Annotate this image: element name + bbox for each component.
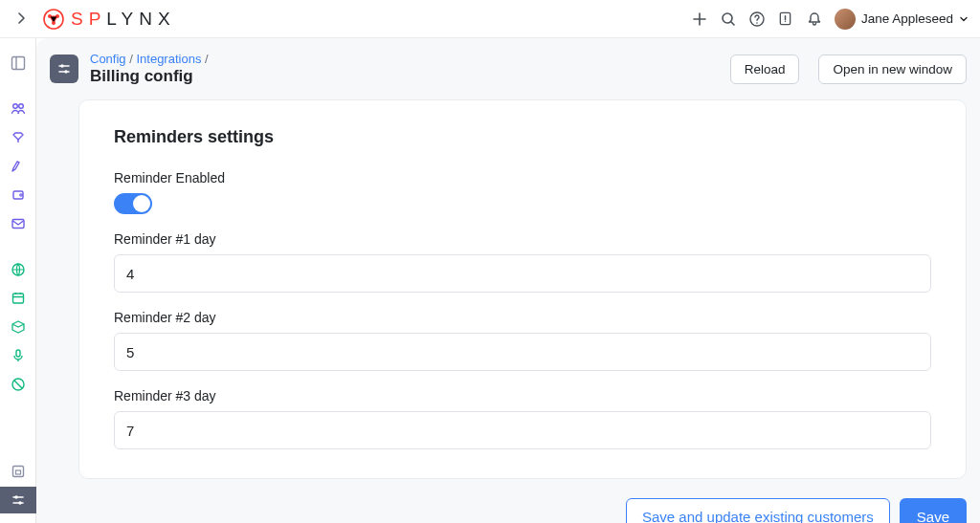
svg-rect-18 (12, 467, 23, 477)
reminder-1-field: Reminder #1 day (114, 231, 931, 293)
svg-rect-15 (12, 294, 23, 303)
reminder-enabled-toggle[interactable] (114, 193, 152, 214)
sidebar-item-tickets[interactable] (0, 153, 36, 180)
brand-logo[interactable]: SPLYNX (42, 8, 176, 31)
topbar: SPLYNX Jane Appleseed (0, 0, 980, 38)
breadcrumb-config[interactable]: Config (90, 52, 126, 66)
notifications-button[interactable] (800, 5, 829, 33)
breadcrumb-integrations[interactable]: Integrations (136, 52, 201, 66)
add-button[interactable] (685, 5, 714, 33)
reminders-settings-card: Reminders settings Reminder Enabled Remi… (78, 99, 967, 479)
svg-rect-19 (15, 470, 20, 474)
docs-button[interactable] (771, 5, 800, 33)
logo-mark-icon (42, 8, 65, 31)
svg-rect-11 (13, 191, 23, 199)
sidebar-item-blocked[interactable] (0, 371, 36, 398)
config-icon (50, 54, 78, 83)
sidebar-item-scheduling[interactable] (0, 285, 36, 312)
svg-rect-8 (11, 57, 24, 70)
search-button[interactable] (714, 5, 743, 33)
reminder-2-label: Reminder #2 day (114, 310, 931, 325)
svg-point-10 (18, 104, 23, 109)
page-title: Billing config (90, 67, 209, 86)
reminder-1-input[interactable] (114, 254, 931, 293)
reminder-1-label: Reminder #1 day (114, 231, 931, 247)
reminder-2-field: Reminder #2 day (114, 310, 931, 371)
sidebar-item-finance[interactable] (0, 182, 36, 208)
sidebar-item-networking[interactable] (0, 256, 36, 283)
svg-point-22 (60, 64, 63, 67)
sidebar-item-administration[interactable] (0, 458, 36, 485)
svg-rect-13 (12, 220, 24, 229)
reminder-3-field: Reminder #3 day (114, 388, 931, 449)
reminder-2-input[interactable] (114, 333, 931, 371)
sidebar-item-voice[interactable] (0, 342, 36, 369)
reminder-3-label: Reminder #3 day (114, 388, 931, 403)
save-and-update-button[interactable]: Save and update existing customers (626, 498, 890, 523)
help-button[interactable] (743, 5, 771, 33)
svg-point-20 (14, 495, 17, 498)
sidebar (0, 38, 36, 523)
sidebar-item-inventory[interactable] (0, 314, 36, 340)
svg-point-21 (18, 501, 21, 504)
svg-rect-16 (16, 350, 20, 357)
sidebar-item-config[interactable] (0, 487, 36, 513)
svg-point-9 (12, 104, 17, 109)
save-button[interactable]: Save (900, 498, 967, 523)
svg-point-23 (64, 70, 67, 73)
avatar (835, 9, 856, 30)
logo-text: SPLYNX (71, 9, 176, 30)
user-name: Jane Appleseed (861, 11, 953, 26)
expand-sidebar-button[interactable] (11, 11, 31, 27)
form-actions: Save and update existing customers Save (78, 498, 967, 523)
page-header: Config / Integrations / Billing config R… (50, 52, 967, 86)
sidebar-item-dashboard[interactable] (0, 50, 36, 76)
svg-point-6 (756, 22, 758, 24)
sidebar-item-crm[interactable] (0, 124, 36, 151)
reminder-3-input[interactable] (114, 411, 931, 449)
user-menu[interactable]: Jane Appleseed (835, 9, 969, 30)
reminder-enabled-field: Reminder Enabled (114, 170, 931, 214)
sidebar-item-messages[interactable] (0, 210, 36, 237)
reminder-enabled-label: Reminder Enabled (114, 170, 931, 185)
sidebar-item-customers[interactable] (0, 96, 36, 122)
breadcrumb: Config / Integrations / (90, 52, 209, 66)
reload-button[interactable]: Reload (730, 54, 800, 84)
main-content: Config / Integrations / Billing config R… (36, 38, 980, 523)
chevron-down-icon (959, 14, 969, 24)
open-new-window-button[interactable]: Open in new window (818, 54, 967, 84)
card-title: Reminders settings (114, 127, 931, 147)
svg-point-12 (19, 194, 21, 196)
